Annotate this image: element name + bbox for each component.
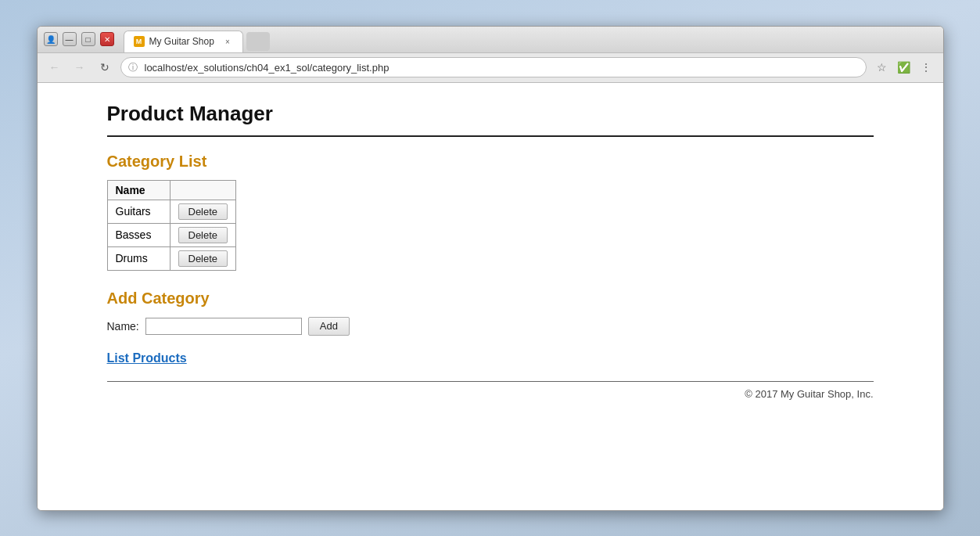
- category-name: Drums: [107, 246, 170, 270]
- table-row: Basses Delete: [107, 223, 236, 246]
- delete-button[interactable]: Delete: [178, 250, 228, 267]
- close-button[interactable]: ✕: [100, 32, 114, 46]
- table-row: Guitars Delete: [107, 200, 236, 223]
- delete-cell: Delete: [170, 246, 236, 270]
- tab-bar: M My Guitar Shop ×: [124, 27, 937, 52]
- address-bar-wrapper: ⓘ: [120, 57, 867, 77]
- category-name: Guitars: [107, 200, 170, 223]
- add-form-row: Name: Add: [107, 317, 874, 336]
- forward-icon: →: [74, 61, 85, 74]
- bookmark-button[interactable]: ☆: [873, 58, 892, 77]
- address-bar: ← → ↻ ⓘ ☆ ✅ ⋮: [38, 53, 943, 83]
- tab-favicon: M: [134, 36, 145, 47]
- menu-icon: ⋮: [921, 61, 932, 74]
- minimize-button[interactable]: —: [63, 32, 77, 46]
- page-title: Product Manager: [107, 102, 874, 126]
- minimize-icon: —: [66, 35, 74, 44]
- column-name-header: Name: [107, 180, 170, 200]
- menu-button[interactable]: ⋮: [917, 58, 935, 77]
- window-controls: 👤 — □ ✕: [44, 32, 114, 46]
- delete-button[interactable]: Delete: [178, 227, 228, 243]
- tab-title: My Guitar Shop: [149, 36, 214, 47]
- user-icon: 👤: [46, 35, 56, 44]
- url-security-icon: ⓘ: [128, 61, 138, 74]
- address-actions: ☆ ✅ ⋮: [873, 58, 935, 77]
- maximize-icon: □: [85, 35, 90, 44]
- verified-icon: ✅: [897, 61, 910, 74]
- name-label: Name:: [107, 320, 139, 333]
- table-row: Drums Delete: [107, 246, 236, 270]
- category-table-body: Guitars Delete Basses Delete Drums Delet…: [107, 200, 236, 270]
- url-input[interactable]: [120, 57, 867, 77]
- header-divider: [107, 135, 874, 137]
- footer-divider: [107, 381, 874, 382]
- name-input[interactable]: [145, 318, 302, 335]
- page-area: Product Manager Category List Name Guita…: [38, 83, 943, 510]
- table-header-row: Name: [107, 180, 236, 200]
- list-products-link[interactable]: List Products: [107, 351, 187, 365]
- browser-window: 👤 — □ ✕ M My Guitar Shop ×: [37, 26, 944, 511]
- delete-cell: Delete: [170, 223, 236, 246]
- maximize-button[interactable]: □: [81, 32, 95, 46]
- new-tab-area[interactable]: [246, 32, 270, 51]
- tab-close-button[interactable]: ×: [222, 36, 233, 47]
- add-category-heading: Add Category: [107, 290, 874, 308]
- add-category-form: Name: Add: [107, 317, 874, 336]
- close-icon: ✕: [104, 35, 110, 44]
- footer-text: © 2017 My Guitar Shop, Inc.: [107, 388, 874, 400]
- back-icon: ←: [49, 61, 60, 74]
- category-table: Name Guitars Delete Basses Delete Drums …: [107, 180, 237, 271]
- verified-button[interactable]: ✅: [895, 58, 914, 77]
- title-bar: 👤 — □ ✕ M My Guitar Shop ×: [38, 27, 943, 53]
- category-list-heading: Category List: [107, 153, 874, 171]
- user-icon-btn[interactable]: 👤: [44, 32, 58, 46]
- column-action-header: [170, 180, 236, 200]
- active-tab[interactable]: M My Guitar Shop ×: [124, 31, 243, 52]
- category-name: Basses: [107, 223, 170, 246]
- delete-button[interactable]: Delete: [178, 203, 228, 220]
- add-button[interactable]: Add: [308, 317, 350, 336]
- back-button[interactable]: ←: [45, 58, 64, 77]
- reload-button[interactable]: ↻: [95, 58, 114, 77]
- delete-cell: Delete: [170, 200, 236, 223]
- bookmark-icon: ☆: [877, 61, 887, 74]
- forward-button[interactable]: →: [70, 58, 89, 77]
- page-content: Product Manager Category List Name Guita…: [76, 83, 905, 419]
- reload-icon: ↻: [100, 61, 109, 74]
